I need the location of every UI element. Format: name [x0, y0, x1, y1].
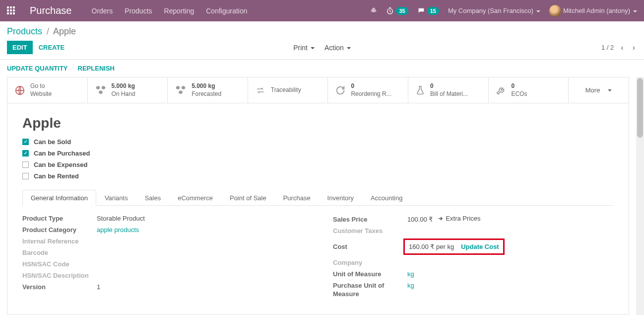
check-can-be-rented[interactable]: Can be Rented [22, 172, 614, 180]
tab-accounting[interactable]: Accounting [362, 190, 411, 206]
control-center: Print Action [293, 44, 351, 52]
action-dropdown[interactable]: Action [324, 44, 351, 52]
field-company: Company [333, 259, 614, 266]
field-cost: Cost 160.00 ₹ per kg Update Cost [333, 238, 614, 255]
cubes-icon [95, 85, 107, 96]
nav-links: Orders Products Reporting Configuration [92, 7, 248, 15]
top-navbar: Purchase Orders Products Reporting Confi… [0, 0, 644, 21]
field-barcode: Barcode [22, 249, 303, 256]
form-sheet: Go toWebsite 5.000 kgOn Hand 5.000 kgFor… [7, 77, 629, 315]
tab-sales[interactable]: Sales [136, 190, 170, 206]
purchase-uom-link[interactable]: kg [407, 282, 414, 289]
cubes-icon [175, 85, 187, 96]
field-internal-reference: Internal Reference [22, 237, 303, 245]
pager-count: 1 / 2 [601, 44, 614, 51]
stat-more[interactable]: More [569, 78, 629, 103]
check-can-be-sold[interactable]: Can be Sold [22, 138, 614, 146]
tabs: General Information Variants Sales eComm… [22, 190, 614, 206]
uom-link[interactable]: kg [407, 270, 414, 278]
nav-orders[interactable]: Orders [92, 7, 113, 15]
checkbox-icon [22, 139, 29, 145]
breadcrumb-row: Products / Apple [0, 21, 644, 37]
sub-actions: UPDATE QUANTITY REPLENISH [0, 60, 644, 77]
field-uom: Unit of Measurekg [333, 270, 614, 278]
replenish-button[interactable]: REPLENISH [78, 65, 115, 72]
nav-right: 35 15 My Company (San Francisco) Mitchel… [370, 5, 637, 17]
update-cost-button[interactable]: Update Cost [461, 243, 499, 250]
extra-prices-button[interactable]: Extra Prices [438, 215, 480, 222]
field-hsn-description: HSN/SAC Description [22, 272, 303, 279]
field-grid: Product TypeStorable Product Product Cat… [22, 215, 614, 302]
messages-icon[interactable]: 15 [417, 7, 439, 15]
field-sales-price: Sales Price 100.00 ₹ Extra Prices [333, 215, 614, 223]
tab-variants[interactable]: Variants [96, 190, 136, 206]
user-menu[interactable]: Mitchell Admin (antony) [549, 5, 637, 17]
messages-badge: 15 [427, 7, 439, 15]
pager-prev[interactable]: ‹ [619, 41, 625, 54]
stat-reordering[interactable]: 0Reordering R... [328, 78, 408, 103]
globe-icon [14, 85, 25, 96]
stat-website[interactable]: Go toWebsite [7, 78, 88, 103]
sheet-body: Apple Can be Sold Can be Purchased Can b… [7, 103, 629, 314]
tab-purchase[interactable]: Purchase [275, 190, 319, 206]
user-name: Mitchell Admin (antony) [563, 7, 637, 14]
check-can-be-purchased[interactable]: Can be Purchased [22, 150, 614, 157]
checkbox-icon [22, 161, 29, 168]
field-customer-taxes: Customer Taxes [333, 227, 614, 235]
exchange-icon [255, 86, 266, 95]
check-can-be-expensed[interactable]: Can be Expensed [22, 161, 614, 168]
update-quantity-button[interactable]: UPDATE QUANTITY [7, 65, 68, 72]
breadcrumb-sep: / [47, 26, 49, 36]
bug-icon[interactable] [370, 7, 377, 14]
field-purchase-uom: Purchase Unit of Measurekg [333, 282, 614, 299]
breadcrumb-current: Apple [53, 26, 76, 36]
breadcrumb-parent[interactable]: Products [7, 26, 42, 36]
checkbox-icon [22, 173, 29, 179]
pager-next[interactable]: › [631, 41, 637, 54]
arrow-right-icon [438, 216, 444, 222]
field-product-category: Product Categoryapple products [22, 226, 303, 234]
col-right: Sales Price 100.00 ₹ Extra Prices Custom… [333, 215, 614, 302]
create-button[interactable]: CREATE [38, 41, 65, 54]
tab-general-information[interactable]: General Information [22, 190, 96, 206]
scroll-thumb[interactable] [637, 78, 643, 138]
nav-configuration[interactable]: Configuration [206, 7, 247, 15]
tab-pos[interactable]: Point of Sale [221, 190, 275, 206]
checkbox-icon [22, 150, 29, 157]
app-brand[interactable]: Purchase [30, 5, 72, 16]
timer-badge: 35 [396, 7, 408, 15]
avatar [549, 5, 561, 17]
stat-traceability[interactable]: Traceability [248, 78, 328, 103]
print-dropdown[interactable]: Print [293, 44, 315, 52]
stat-onhand[interactable]: 5.000 kgOn Hand [88, 78, 168, 103]
stat-bar: Go toWebsite 5.000 kgOn Hand 5.000 kgFor… [7, 78, 629, 103]
pager: 1 / 2 ‹ › [601, 41, 637, 54]
product-title: Apple [22, 115, 614, 131]
field-hsn-code: HSN/SAC Code [22, 260, 303, 268]
scrollbar[interactable] [636, 77, 644, 315]
wrench-icon [496, 85, 507, 96]
company-selector[interactable]: My Company (San Francisco) [448, 7, 540, 14]
tab-inventory[interactable]: Inventory [319, 190, 362, 206]
breadcrumb: Products / Apple [7, 26, 637, 37]
field-version: Version1 [22, 283, 303, 291]
stat-bom[interactable]: 0Bill of Materi... [408, 78, 489, 103]
product-category-link[interactable]: apple products [97, 226, 139, 234]
nav-reporting[interactable]: Reporting [164, 7, 194, 15]
apps-icon[interactable] [7, 6, 16, 15]
tab-ecommerce[interactable]: eCommerce [169, 190, 221, 206]
stat-ecos[interactable]: 0ECOs [489, 78, 569, 103]
col-left: Product TypeStorable Product Product Cat… [22, 215, 303, 302]
nav-products[interactable]: Products [125, 7, 152, 15]
stat-forecasted[interactable]: 5.000 kgForecasted [168, 78, 248, 103]
form-wrap: Go toWebsite 5.000 kgOn Hand 5.000 kgFor… [0, 77, 644, 315]
cost-highlight: 160.00 ₹ per kg Update Cost [403, 238, 505, 255]
edit-button[interactable]: EDIT [7, 41, 33, 54]
refresh-icon [335, 85, 346, 96]
flask-icon [415, 85, 425, 96]
field-product-type: Product TypeStorable Product [22, 215, 303, 222]
timer-icon[interactable]: 35 [386, 7, 408, 15]
control-row: EDIT CREATE Print Action 1 / 2 ‹ › [0, 37, 644, 60]
product-flags: Can be Sold Can be Purchased Can be Expe… [22, 138, 614, 180]
